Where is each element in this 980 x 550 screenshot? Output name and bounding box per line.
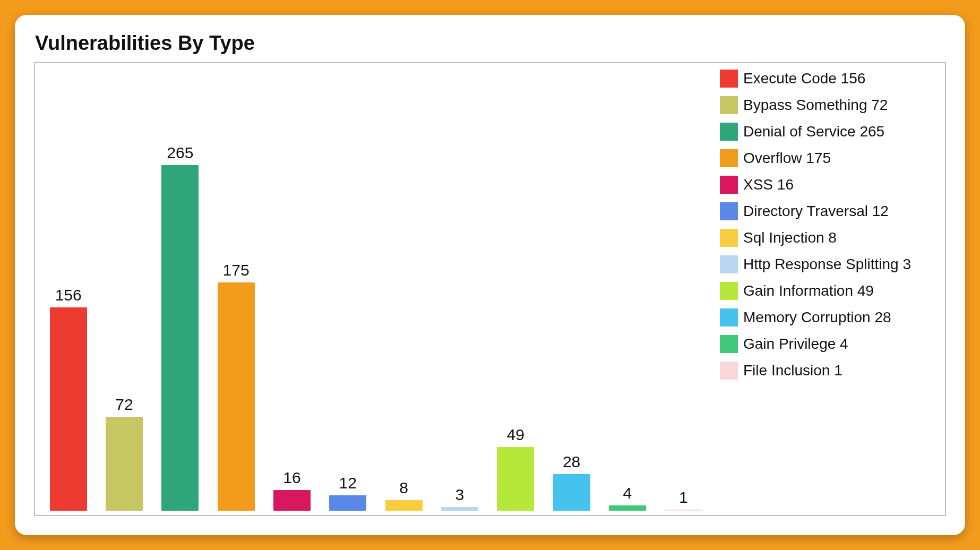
legend-swatch (720, 70, 738, 88)
bar-rect (218, 282, 255, 511)
chart-frame: 15672265175161283492841 Execute Code 156… (34, 62, 946, 516)
bar-slot: 156 (44, 67, 93, 511)
chart-card: Vulnerabilities By Type 1567226517516128… (15, 15, 965, 535)
bar-rect (553, 474, 590, 511)
bar-slot: 8 (379, 67, 428, 511)
legend-label: XSS 16 (743, 176, 794, 193)
legend-item: Denial of Service 265 (720, 123, 936, 141)
legend-item: Gain Information 49 (720, 282, 936, 300)
bar-rect (497, 447, 534, 511)
bar-value-label: 3 (455, 486, 465, 504)
legend-swatch (720, 362, 738, 380)
legend-swatch (720, 255, 738, 273)
bar-rect (161, 165, 199, 511)
bar-slot: 49 (491, 67, 540, 511)
legend-item: Bypass Something 72 (720, 96, 936, 114)
legend-item: Overflow 175 (720, 149, 936, 167)
legend-swatch (720, 96, 738, 114)
legend-label: Memory Corruption 28 (743, 309, 891, 326)
bar-rect (329, 495, 366, 511)
legend-item: Execute Code 156 (720, 70, 936, 88)
legend-item: Memory Corruption 28 (720, 308, 936, 326)
bar-rect (50, 307, 87, 511)
legend-item: Http Response Splitting 3 (720, 255, 936, 273)
bar-rect (273, 490, 311, 511)
bar-slot: 1 (659, 67, 708, 511)
bar-value-label: 156 (55, 286, 82, 304)
legend-item: Directory Traversal 12 (720, 202, 936, 220)
bar-slot: 4 (603, 67, 652, 511)
legend-label: File Inclusion 1 (743, 362, 843, 379)
stage: Vulnerabilities By Type 1567226517516128… (0, 0, 980, 550)
legend-label: Http Response Splitting 3 (743, 256, 911, 273)
bar-value-label: 16 (283, 469, 300, 487)
legend-swatch (720, 149, 738, 167)
bar-value-label: 4 (623, 484, 632, 502)
legend-item: Gain Privilege 4 (720, 335, 936, 353)
bar-slot: 72 (99, 67, 149, 511)
bar-slot: 265 (156, 67, 205, 511)
bar-rect (106, 417, 143, 511)
legend-label: Execute Code 156 (743, 70, 865, 87)
legend-swatch (720, 229, 738, 247)
legend-swatch (720, 202, 738, 220)
bar-value-label: 1 (679, 488, 688, 506)
bar-slot: 175 (211, 67, 261, 511)
bar-rect (609, 505, 646, 511)
bar-rect (665, 510, 702, 511)
bar-value-label: 28 (563, 453, 580, 471)
legend-item: XSS 16 (720, 176, 936, 194)
legend-swatch (720, 123, 738, 141)
bar-rect (385, 500, 423, 511)
legend-item: File Inclusion 1 (720, 362, 936, 380)
bar-value-label: 8 (399, 479, 408, 497)
bar-value-label: 265 (167, 144, 193, 162)
legend: Execute Code 156Bypass Something 72Denia… (710, 67, 939, 514)
bar-rect (441, 507, 478, 511)
legend-label: Overflow 175 (743, 150, 831, 167)
legend-item: Sql Injection 8 (720, 229, 936, 247)
legend-label: Bypass Something 72 (743, 97, 888, 114)
plot-area: 15672265175161283492841 (41, 67, 710, 514)
bar-value-label: 49 (507, 426, 525, 444)
legend-label: Directory Traversal 12 (743, 203, 889, 220)
legend-swatch (720, 282, 738, 300)
bar-slot: 28 (547, 67, 596, 511)
legend-swatch (720, 176, 738, 194)
bar-value-label: 72 (115, 396, 133, 414)
legend-label: Denial of Service 265 (743, 123, 884, 140)
legend-label: Gain Privilege 4 (743, 336, 848, 353)
legend-swatch (720, 335, 738, 353)
bar-slot: 16 (267, 67, 316, 511)
bar-value-label: 175 (223, 261, 250, 279)
legend-label: Sql Injection 8 (743, 229, 837, 246)
bar-slot: 12 (323, 67, 373, 511)
legend-swatch (720, 308, 738, 326)
bar-value-label: 12 (339, 474, 357, 492)
chart-title: Vulnerabilities By Type (35, 32, 946, 55)
bar-slot: 3 (435, 67, 484, 511)
legend-label: Gain Information 49 (743, 282, 874, 299)
